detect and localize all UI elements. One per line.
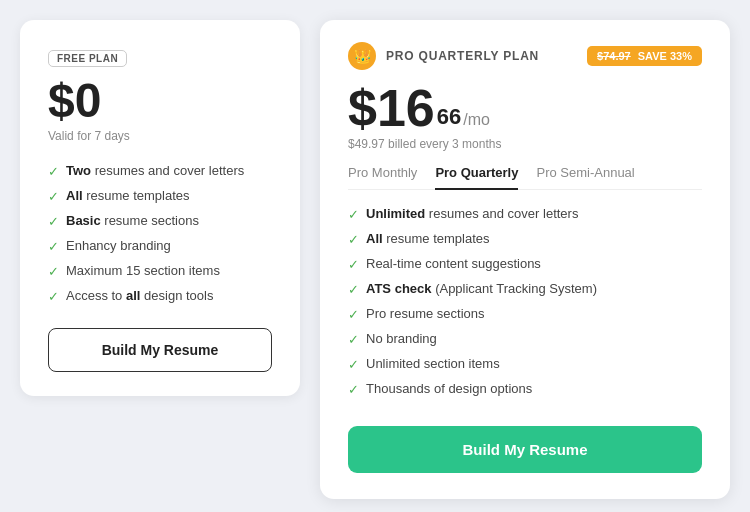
free-build-button[interactable]: Build My Resume [48,328,272,372]
check-icon: ✓ [348,307,359,322]
check-icon: ✓ [48,164,59,179]
pro-build-button[interactable]: Build My Resume [348,426,702,473]
list-item: ✓ Pro resume sections [348,306,702,322]
save-text: SAVE 33% [638,50,692,62]
check-icon: ✓ [348,382,359,397]
free-price: $0 [48,77,272,125]
plan-tabs: Pro Monthly Pro Quarterly Pro Semi-Annua… [348,165,702,190]
list-item: ✓ Real-time content suggestions [348,256,702,272]
list-item: ✓ All resume templates [48,188,272,204]
tab-pro-semi-annual[interactable]: Pro Semi-Annual [536,165,634,190]
check-icon: ✓ [348,232,359,247]
list-item: ✓ Basic resume sections [48,213,272,229]
pro-price-period: /mo [463,111,490,129]
check-icon: ✓ [348,257,359,272]
free-plan-card: FREE PLAN $0 Valid for 7 days ✓ Two resu… [20,20,300,396]
old-price: $74.97 [597,50,631,62]
list-item: ✓ No branding [348,331,702,347]
pro-feature-list: ✓ Unlimited resumes and cover letters ✓ … [348,206,702,406]
check-icon: ✓ [348,332,359,347]
check-icon: ✓ [348,207,359,222]
free-subtitle: Valid for 7 days [48,129,272,143]
check-icon: ✓ [48,239,59,254]
check-icon: ✓ [48,264,59,279]
list-item: ✓ Enhancy branding [48,238,272,254]
crown-icon: 👑 [348,42,376,70]
pro-price-whole: $16 [348,82,435,134]
pro-card-header: 👑 PRO QUARTERLY PLAN $74.97 SAVE 33% [348,42,702,70]
check-icon: ✓ [348,282,359,297]
check-icon: ✓ [48,189,59,204]
list-item: ✓ Unlimited resumes and cover letters [348,206,702,222]
save-badge: $74.97 SAVE 33% [587,46,702,66]
list-item: ✓ Maximum 15 section items [48,263,272,279]
check-icon: ✓ [48,289,59,304]
free-feature-list: ✓ Two resumes and cover letters ✓ All re… [48,163,272,304]
list-item: ✓ Two resumes and cover letters [48,163,272,179]
check-icon: ✓ [348,357,359,372]
list-item: ✓ ATS check (Applicant Tracking System) [348,281,702,297]
pro-billed-text: $49.97 billed every 3 months [348,137,702,151]
pro-plan-card: 👑 PRO QUARTERLY PLAN $74.97 SAVE 33% $16… [320,20,730,499]
list-item: ✓ Thousands of design options [348,381,702,397]
pro-price-row: $16 66 /mo [348,82,702,134]
list-item: ✓ Access to all design tools [48,288,272,304]
pricing-cards: FREE PLAN $0 Valid for 7 days ✓ Two resu… [20,20,730,499]
tab-pro-monthly[interactable]: Pro Monthly [348,165,417,190]
tab-pro-quarterly[interactable]: Pro Quarterly [435,165,518,190]
pro-price-cents: 66 [437,104,461,130]
pro-plan-title: PRO QUARTERLY PLAN [386,49,539,63]
list-item: ✓ All resume templates [348,231,702,247]
check-icon: ✓ [48,214,59,229]
free-plan-badge: FREE PLAN [48,50,127,67]
list-item: ✓ Unlimited section items [348,356,702,372]
